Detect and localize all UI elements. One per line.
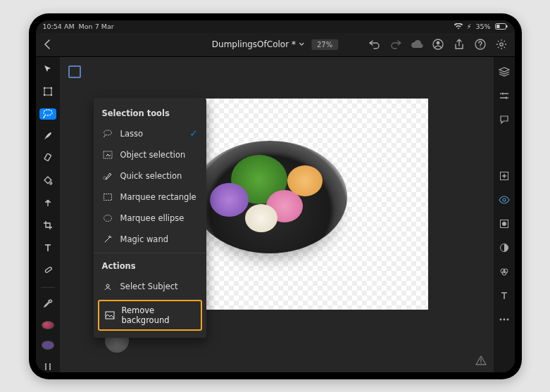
svg-rect-7: [44, 88, 51, 95]
more-options-icon[interactable]: [498, 313, 511, 326]
flyout-item-label: Lasso: [120, 129, 143, 139]
help-icon[interactable]: [474, 38, 487, 51]
lasso-icon: [102, 128, 113, 139]
foreground-color[interactable]: [42, 321, 54, 329]
flyout-section-title: Selection tools: [94, 103, 206, 123]
status-time: 10:54 AM: [43, 23, 75, 30]
text-panel-icon[interactable]: [498, 289, 511, 302]
svg-point-23: [505, 96, 507, 99]
flyout-item-label: Quick selection: [120, 171, 182, 181]
share-icon[interactable]: [453, 38, 465, 51]
flyout-separator: [94, 253, 206, 253]
mask-icon[interactable]: [498, 217, 511, 230]
warning-icon[interactable]: [475, 355, 487, 365]
adjustments-icon[interactable]: [498, 241, 511, 254]
add-panel-icon[interactable]: [498, 170, 511, 182]
selection-tools-flyout: Selection tools Lasso ✓ Object selection…: [94, 98, 206, 338]
svg-point-15: [104, 130, 111, 135]
flyout-item-label: Marquee rectangle: [120, 192, 196, 202]
svg-rect-2: [506, 25, 508, 27]
svg-point-4: [436, 42, 439, 45]
ios-status-bar: 10:54 AM Mon 7 Mar ⚡ 35%: [36, 20, 515, 33]
flyout-action-label: Select Subject: [120, 282, 178, 291]
svg-rect-16: [104, 151, 112, 158]
svg-point-6: [499, 43, 502, 46]
magic-wand-icon: [102, 234, 113, 245]
svg-rect-1: [496, 25, 500, 28]
flyout-section-title: Actions: [94, 256, 206, 276]
battery-charging-icon: ⚡: [467, 23, 472, 30]
svg-point-20: [106, 284, 109, 287]
redo-button[interactable]: [389, 38, 402, 51]
flyout-item-lasso[interactable]: Lasso ✓: [94, 123, 206, 144]
cloud-sync-icon[interactable]: [411, 38, 423, 51]
svg-point-10: [43, 94, 44, 96]
quick-selection-icon: [102, 170, 113, 182]
svg-rect-13: [44, 153, 51, 161]
app-screen: 10:54 AM Mon 7 Mar ⚡ 35% Dumplin: [36, 20, 515, 372]
flyout-action-label: Remove background: [122, 305, 195, 325]
flyout-action-remove-background[interactable]: Remove background: [98, 300, 202, 331]
back-button[interactable]: [36, 32, 58, 56]
flyout-action-select-subject[interactable]: Select Subject: [94, 276, 206, 297]
left-tool-rail: [36, 57, 60, 372]
flyout-item-label: Marquee ellipse: [120, 213, 185, 223]
navigator-thumbnail[interactable]: [68, 65, 81, 78]
marquee-ellipse-icon: [102, 213, 113, 224]
flyout-item-quick-selection[interactable]: Quick selection: [94, 165, 206, 186]
svg-rect-14: [44, 267, 51, 273]
svg-point-9: [50, 87, 51, 89]
marquee-rectangle-icon: [102, 191, 113, 203]
select-subject-icon: [102, 281, 113, 292]
app-top-bar: DumplingsOfColor * 27%: [36, 33, 515, 57]
document-title-dropdown[interactable]: DumplingsOfColor *: [212, 39, 304, 49]
status-date: Mon 7 Mar: [79, 23, 114, 30]
svg-point-22: [501, 92, 504, 94]
svg-point-27: [502, 222, 506, 226]
svg-point-32: [499, 318, 501, 320]
status-battery: 35%: [475, 23, 490, 30]
lasso-tool[interactable]: [39, 108, 56, 120]
flyout-item-marquee-ellipse[interactable]: Marquee ellipse: [94, 208, 206, 229]
ruler-options-tool[interactable]: [39, 361, 56, 372]
flyout-item-magic-wand[interactable]: Magic wand: [94, 229, 206, 250]
flyout-item-marquee-rectangle[interactable]: Marquee rectangle: [94, 186, 206, 208]
svg-point-25: [503, 198, 506, 201]
undo-button[interactable]: [368, 38, 381, 51]
properties-panel-icon[interactable]: [498, 89, 511, 102]
layers-panel-icon[interactable]: [498, 65, 511, 78]
object-selection-icon: [102, 149, 113, 160]
move-tool[interactable]: [39, 64, 56, 75]
flyout-item-label: Magic wand: [120, 234, 168, 244]
background-color[interactable]: [42, 341, 54, 349]
comments-panel-icon[interactable]: [498, 113, 511, 126]
flyout-item-object-selection[interactable]: Object selection: [94, 144, 206, 165]
battery-icon: [495, 23, 508, 30]
eraser-tool[interactable]: [39, 153, 56, 164]
workspace: Selection tools Lasso ✓ Object selection…: [36, 57, 515, 372]
tablet-frame: 10:54 AM Mon 7 Mar ⚡ 35% Dumplin: [29, 13, 522, 379]
flyout-item-label: Object selection: [120, 150, 186, 160]
fill-tool[interactable]: [39, 175, 56, 186]
crop-tool[interactable]: [39, 220, 56, 231]
svg-point-34: [506, 318, 508, 320]
zoom-level[interactable]: 27%: [311, 39, 338, 50]
svg-rect-18: [104, 194, 111, 200]
brush-tool[interactable]: [39, 131, 56, 142]
account-icon[interactable]: [432, 38, 444, 51]
remove-background-icon: [105, 311, 115, 320]
transform-tool[interactable]: [39, 86, 56, 97]
healing-tool[interactable]: [39, 265, 56, 276]
settings-icon[interactable]: [495, 38, 508, 51]
type-tool[interactable]: [39, 242, 56, 253]
wifi-icon: [454, 23, 463, 30]
svg-point-12: [44, 110, 52, 115]
canvas-area[interactable]: Selection tools Lasso ✓ Object selection…: [60, 57, 494, 372]
food-shape: [245, 204, 277, 232]
clone-tool[interactable]: [39, 198, 56, 209]
svg-point-19: [104, 215, 111, 221]
visibility-icon[interactable]: [498, 194, 511, 206]
eyedropper-tool[interactable]: [39, 298, 56, 310]
document-name: DumplingsOfColor *: [212, 39, 296, 49]
filters-icon[interactable]: [498, 265, 511, 278]
